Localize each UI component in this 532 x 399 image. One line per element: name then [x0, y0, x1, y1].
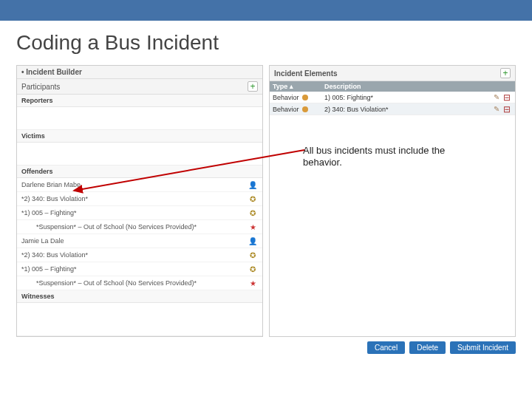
- reporters-empty: [17, 107, 262, 130]
- incident-builder-header: • Incident Builder: [17, 66, 262, 79]
- element-row[interactable]: Behavior 1) 005: Fighting* ✎ ⊟: [270, 92, 515, 103]
- behavior-icon: ✪: [248, 195, 258, 203]
- primary-icon: [302, 106, 308, 112]
- offender-detail-row[interactable]: *Suspension* – Out of School (No Service…: [17, 276, 262, 290]
- offenders-header: Offenders: [17, 166, 262, 178]
- submit-incident-button[interactable]: Submit Incident: [450, 341, 516, 354]
- offender-detail-row[interactable]: *2) 340: Bus Violation* ✪: [17, 248, 262, 262]
- row-type: Behavior: [273, 94, 299, 101]
- primary-icon: [302, 95, 308, 100]
- participants-label: Participants: [21, 83, 60, 91]
- behavior-icon: ✪: [248, 265, 258, 273]
- delete-icon[interactable]: ⊟: [502, 106, 512, 113]
- participants-header: Participants +: [17, 79, 262, 95]
- delete-button[interactable]: Delete: [409, 341, 446, 354]
- edit-icon[interactable]: ✎: [491, 93, 502, 101]
- reporters-header: Reporters: [17, 95, 262, 107]
- incident-builder-title: • Incident Builder: [21, 68, 82, 76]
- callout-text: All bus incidents must include the behav…: [303, 145, 473, 169]
- elements-empty-area: [270, 115, 515, 300]
- star-icon: ★: [248, 279, 258, 287]
- col-description: Description: [324, 83, 512, 90]
- offender-detail: *2) 340: Bus Violation*: [21, 251, 248, 259]
- behavior-icon: ✪: [248, 209, 258, 217]
- offender-detail-row[interactable]: *Suspension* – Out of School (No Service…: [17, 220, 262, 234]
- offender-row[interactable]: Jamie La Dale 👤: [17, 234, 262, 248]
- offender-detail: *2) 340: Bus Violation*: [21, 195, 248, 202]
- incident-elements-panel: Incident Elements + Type ▴ Description B…: [269, 65, 516, 337]
- row-desc: 2) 340: Bus Violation*: [324, 106, 491, 113]
- offender-detail: *Suspension* – Out of School (No Service…: [21, 279, 248, 287]
- col-type: Type ▴: [273, 83, 324, 90]
- incident-elements-title: Incident Elements: [274, 69, 338, 78]
- offender-detail: *1) 005 – Fighting*: [21, 265, 248, 273]
- offender-detail-row[interactable]: *2) 340: Bus Violation* ✪: [17, 192, 262, 206]
- offender-detail: *Suspension* – Out of School (No Service…: [21, 223, 248, 231]
- witnesses-empty: [17, 303, 262, 336]
- slide-top-bar: [0, 0, 532, 21]
- offender-detail: *1) 005 – Fighting*: [21, 209, 248, 216]
- incident-builder-app: • Incident Builder Participants + Report…: [16, 65, 516, 337]
- participants-panel: • Incident Builder Participants + Report…: [16, 65, 263, 337]
- slide-title: Coding a Bus Incident: [0, 21, 532, 59]
- element-row[interactable]: Behavior 2) 340: Bus Violation* ✎ ⊟: [270, 103, 515, 115]
- victims-header: Victims: [17, 130, 262, 143]
- row-type: Behavior: [273, 106, 299, 113]
- person-icon: 👤: [248, 237, 258, 245]
- delete-icon[interactable]: ⊟: [502, 94, 512, 101]
- elements-table-header: Type ▴ Description: [270, 81, 515, 92]
- offender-name: Darlene Brian Mabe: [21, 181, 248, 188]
- incident-elements-header: Incident Elements +: [270, 66, 515, 81]
- add-participant-button[interactable]: +: [248, 81, 258, 92]
- witnesses-header: Witnesses: [17, 290, 262, 303]
- offender-name: Jamie La Dale: [21, 237, 248, 245]
- person-icon: 👤: [248, 181, 258, 189]
- offender-row[interactable]: Darlene Brian Mabe 👤: [17, 178, 262, 192]
- cancel-button[interactable]: Cancel: [367, 341, 405, 354]
- add-element-button[interactable]: +: [500, 68, 511, 78]
- row-desc: 1) 005: Fighting*: [324, 94, 491, 101]
- victims-empty: [17, 143, 262, 166]
- offender-detail-row[interactable]: *1) 005 – Fighting* ✪: [17, 206, 262, 220]
- button-bar: Cancel Delete Submit Incident: [16, 341, 516, 354]
- behavior-icon: ✪: [248, 251, 258, 259]
- offender-detail-row[interactable]: *1) 005 – Fighting* ✪: [17, 262, 262, 276]
- edit-icon[interactable]: ✎: [491, 105, 502, 113]
- star-icon: ★: [248, 223, 258, 231]
